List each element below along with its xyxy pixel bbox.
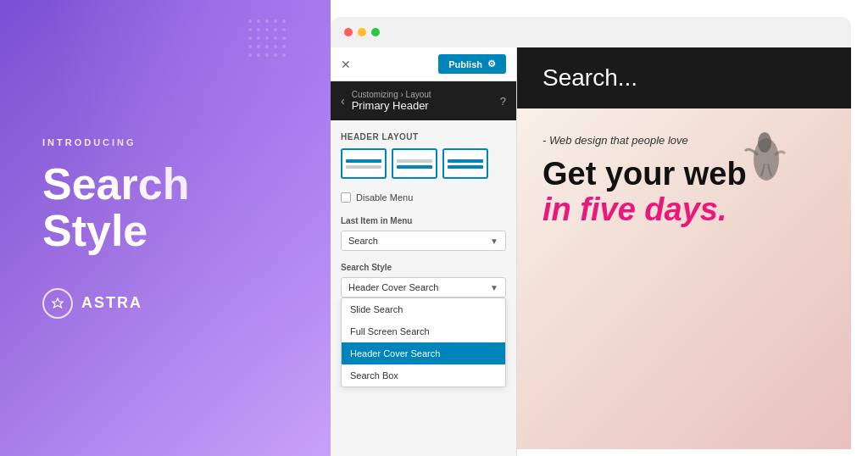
search-style-dropdown: Slide Search Full Screen Search Header C…: [341, 298, 506, 387]
browser-dot-red[interactable]: [344, 28, 353, 36]
browser-window: ✕ Publish ⚙ ‹ Customizing › Layout Prima…: [331, 17, 851, 456]
svg-point-13: [274, 36, 277, 40]
hero-section: - Web design that people love Get your w…: [517, 108, 851, 449]
astra-brand-name: ASTRA: [81, 294, 142, 312]
help-icon[interactable]: ?: [500, 95, 506, 108]
svg-point-4: [282, 19, 286, 23]
last-item-select[interactable]: Search ▼: [341, 231, 506, 251]
left-panel: Introducing Search Style ASTRA: [0, 0, 331, 456]
svg-point-7: [265, 28, 269, 31]
customizer-nav: ‹ Customizing › Layout Primary Header ?: [331, 81, 516, 120]
svg-point-1: [257, 19, 260, 23]
svg-point-3: [274, 19, 277, 23]
main-title: Search Style: [42, 161, 288, 253]
search-style-select[interactable]: Header Cover Search ▼: [341, 277, 506, 298]
astra-logo: ASTRA: [42, 288, 288, 319]
breadcrumb-title: Primary Header: [352, 99, 493, 112]
layout-option-1[interactable]: [341, 148, 387, 179]
svg-point-10: [248, 36, 252, 40]
customizer-content: Header Layout: [331, 120, 516, 456]
back-arrow[interactable]: ‹: [341, 94, 345, 108]
hero-headline: Get your web in five days.: [542, 157, 826, 228]
hero-headline-part2: in five days.: [542, 192, 727, 227]
svg-point-16: [257, 45, 260, 48]
header-layout-options: [341, 148, 506, 179]
dropdown-item-slide-search[interactable]: Slide Search: [342, 298, 505, 320]
website-preview: Search... - Web design that p: [517, 47, 851, 456]
search-style-label: Search Style: [341, 263, 506, 272]
introducing-label: Introducing: [42, 137, 288, 147]
customizer-panel: ✕ Publish ⚙ ‹ Customizing › Layout Prima…: [331, 47, 517, 456]
disable-menu-checkbox[interactable]: [341, 192, 351, 203]
settings-icon: ⚙: [487, 58, 496, 70]
last-item-label: Last Item in Menu: [341, 216, 506, 225]
svg-point-14: [282, 36, 286, 40]
svg-point-12: [265, 36, 269, 40]
dropdown-item-search-box[interactable]: Search Box: [342, 364, 505, 386]
browser-chrome: [331, 17, 851, 47]
breadcrumb-path: Customizing › Layout: [352, 90, 493, 99]
hero-headline-part1: Get your web: [542, 156, 747, 192]
customizer-header: ✕ Publish ⚙: [331, 47, 516, 81]
svg-point-8: [274, 28, 277, 31]
svg-point-6: [257, 28, 260, 31]
hero-content: - Web design that people love Get your w…: [517, 108, 851, 253]
svg-point-24: [282, 53, 286, 57]
publish-button[interactable]: Publish ⚙: [438, 54, 506, 74]
layout-option-3[interactable]: [442, 148, 488, 179]
browser-dot-green[interactable]: [371, 28, 380, 36]
svg-point-15: [248, 45, 252, 48]
dropdown-item-header-cover-search[interactable]: Header Cover Search: [342, 342, 505, 364]
nav-breadcrumb: Customizing › Layout Primary Header: [352, 90, 493, 112]
site-header: Search...: [517, 47, 851, 108]
svg-point-5: [248, 28, 252, 31]
close-button[interactable]: ✕: [341, 58, 351, 71]
svg-point-18: [274, 45, 277, 48]
browser-dot-yellow[interactable]: [358, 28, 366, 36]
browser-dots: [344, 28, 380, 36]
svg-point-11: [257, 36, 260, 40]
disable-menu-label: Disable Menu: [356, 192, 413, 203]
svg-point-22: [265, 53, 269, 57]
hero-tagline: - Web design that people love: [542, 134, 826, 147]
svg-point-9: [282, 28, 286, 31]
svg-point-17: [265, 45, 269, 48]
search-text: Search...: [542, 64, 637, 92]
dots-decoration: [246, 17, 314, 68]
browser-body: ✕ Publish ⚙ ‹ Customizing › Layout Prima…: [331, 47, 851, 456]
dropdown-item-full-screen-search[interactable]: Full Screen Search: [342, 320, 505, 342]
svg-point-23: [274, 53, 277, 57]
header-layout-label: Header Layout: [341, 132, 506, 142]
select-arrow-icon: ▼: [490, 236, 498, 246]
layout-option-2[interactable]: [392, 148, 437, 179]
svg-point-19: [282, 45, 286, 48]
svg-point-0: [248, 19, 252, 23]
svg-point-21: [257, 53, 260, 57]
search-style-value: Header Cover Search: [348, 282, 438, 292]
last-item-value: Search: [348, 236, 378, 246]
disable-menu-row: Disable Menu: [341, 192, 506, 203]
astra-icon: [42, 288, 73, 319]
svg-point-20: [248, 53, 252, 57]
search-style-arrow-icon: ▼: [490, 283, 498, 292]
svg-point-2: [265, 19, 269, 23]
